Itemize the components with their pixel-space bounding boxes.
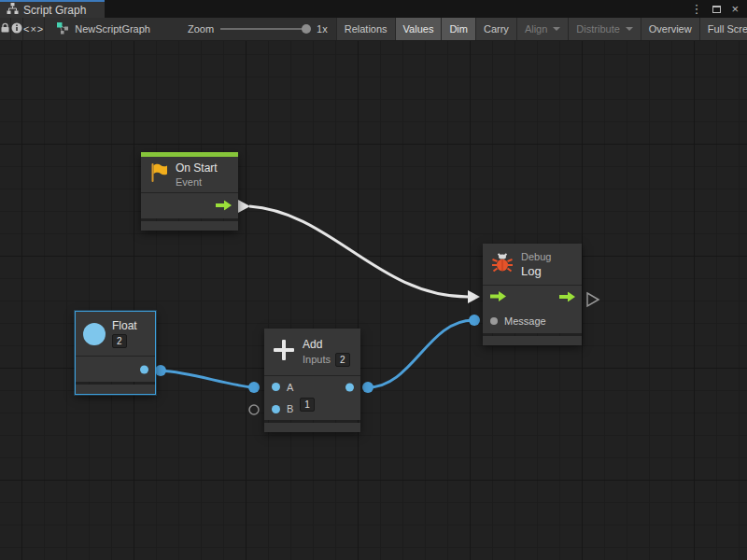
relations-button[interactable]: Relations bbox=[336, 18, 395, 40]
wire-endpoint-dot bbox=[469, 315, 480, 326]
input-port-a[interactable] bbox=[272, 383, 280, 391]
port-row-a: A bbox=[264, 375, 360, 398]
float-circle-icon bbox=[83, 323, 106, 345]
flow-wire-end-arrowhead bbox=[468, 290, 480, 303]
info-button[interactable] bbox=[11, 18, 23, 40]
node-subtitle: Inputs bbox=[303, 354, 331, 365]
full-screen-button[interactable]: Full Screen bbox=[699, 18, 747, 40]
value-output-port[interactable] bbox=[140, 365, 148, 373]
node-footer bbox=[483, 336, 582, 345]
node-footer bbox=[141, 221, 238, 231]
values-button[interactable]: Values bbox=[395, 18, 442, 40]
tab-bar-spacer bbox=[105, 0, 682, 18]
node-header: Add Inputs 2 bbox=[264, 329, 360, 375]
button-label: Overview bbox=[649, 23, 692, 35]
node-subtitle: Event bbox=[176, 176, 218, 188]
flow-output-port[interactable] bbox=[216, 200, 232, 212]
flow-output-port[interactable] bbox=[559, 291, 575, 303]
button-label: Carry bbox=[484, 23, 509, 35]
chevron-down-icon bbox=[626, 27, 633, 31]
node-header: Float 2 bbox=[76, 312, 155, 356]
graph-name-label: NewScriptGraph bbox=[75, 23, 150, 35]
flag-icon bbox=[148, 162, 169, 187]
node-title: Log bbox=[521, 264, 551, 278]
wire-endpoint-dot bbox=[362, 382, 374, 393]
zoom-label: Zoom bbox=[188, 23, 214, 35]
zoom-slider[interactable] bbox=[220, 28, 310, 30]
wire-endpoint-dot bbox=[248, 382, 260, 393]
info-icon bbox=[11, 22, 22, 35]
kebab-menu-icon[interactable]: ⋮ bbox=[690, 3, 702, 15]
unconnected-output-hint-triangle[interactable] bbox=[587, 293, 599, 306]
chevron-down-icon bbox=[553, 27, 560, 31]
bug-icon bbox=[490, 250, 514, 278]
close-icon[interactable]: × bbox=[731, 3, 739, 15]
button-label: Relations bbox=[345, 23, 388, 35]
button-label: Align bbox=[525, 23, 547, 35]
plus-icon bbox=[272, 338, 296, 366]
lock-button[interactable] bbox=[0, 18, 11, 40]
float-value-field[interactable]: 2 bbox=[112, 334, 127, 348]
node-port-row bbox=[76, 356, 155, 382]
message-input-port[interactable] bbox=[490, 317, 498, 325]
distribute-dropdown-button[interactable]: Distribute bbox=[568, 18, 640, 40]
message-port-label: Message bbox=[504, 315, 546, 327]
node-footer bbox=[76, 385, 155, 394]
node-title: Add bbox=[303, 338, 350, 351]
node-add[interactable]: Add Inputs 2 A B 1 bbox=[264, 329, 360, 432]
dim-button[interactable]: Dim bbox=[441, 18, 475, 40]
toolbar-toggle-buttons: Relations Values Dim Carry Align Distrib… bbox=[336, 18, 747, 40]
value-wire-float-to-add-a[interactable] bbox=[161, 371, 253, 387]
overview-button[interactable]: Overview bbox=[641, 18, 699, 40]
port-row-b: B 1 bbox=[264, 398, 360, 420]
flow-input-port[interactable] bbox=[490, 291, 506, 303]
maximize-icon[interactable] bbox=[712, 6, 721, 13]
node-debug-log[interactable]: Debug Log Message bbox=[483, 244, 582, 345]
input-port-b[interactable] bbox=[272, 405, 280, 413]
flow-wire-onstart-to-log[interactable] bbox=[249, 206, 468, 297]
code-view-button[interactable]: <×> bbox=[23, 18, 45, 40]
wire-layer bbox=[0, 41, 747, 560]
graph-breadcrumb[interactable]: NewScriptGraph bbox=[45, 18, 162, 40]
tab-script-graph[interactable]: Script Graph bbox=[0, 0, 105, 18]
node-on-start[interactable]: On Start Event bbox=[141, 152, 238, 231]
node-title: On Start bbox=[176, 161, 218, 175]
button-label: Full Screen bbox=[708, 23, 747, 35]
node-header: On Start Event bbox=[141, 157, 238, 192]
unconnected-input-hint-circle[interactable] bbox=[249, 405, 259, 414]
window-controls: ⋮ × bbox=[682, 0, 747, 18]
button-label: Distribute bbox=[576, 23, 619, 35]
align-dropdown-button[interactable]: Align bbox=[516, 18, 568, 40]
port-b-value-field[interactable]: 1 bbox=[300, 398, 315, 412]
lock-icon bbox=[0, 22, 10, 35]
flow-port-row bbox=[483, 285, 582, 309]
node-category: Debug bbox=[521, 251, 551, 262]
port-b-label: B bbox=[287, 403, 293, 414]
node-float[interactable]: Float 2 bbox=[75, 311, 156, 395]
port-a-label: A bbox=[287, 382, 293, 393]
zoom-slider-handle[interactable] bbox=[302, 24, 311, 34]
node-header: Debug Log bbox=[483, 244, 582, 285]
value-output-port[interactable] bbox=[345, 383, 354, 391]
tab-label: Script Graph bbox=[23, 4, 86, 17]
window-tab-bar: Script Graph ⋮ × bbox=[0, 0, 747, 18]
wire-endpoint-dot bbox=[155, 365, 166, 376]
value-wire-add-to-log-message[interactable] bbox=[368, 320, 473, 387]
message-port-row: Message bbox=[483, 309, 582, 333]
flow-wire-start-arrowhead bbox=[238, 200, 250, 213]
node-port-row bbox=[141, 192, 238, 218]
zoom-value: 1x bbox=[317, 23, 328, 35]
graph-asset-icon bbox=[56, 21, 69, 36]
button-label: Dim bbox=[449, 23, 468, 35]
button-label: Values bbox=[403, 23, 434, 35]
zoom-control: Zoom 1x bbox=[188, 18, 328, 40]
inputs-count-field[interactable]: 2 bbox=[335, 353, 350, 367]
script-graph-icon bbox=[7, 3, 19, 17]
graph-toolbar: <×> NewScriptGraph Zoom 1x Relations Val… bbox=[0, 18, 747, 41]
node-title: Float bbox=[112, 319, 137, 332]
node-footer bbox=[264, 423, 360, 432]
code-view-icon: <×> bbox=[23, 23, 44, 35]
graph-canvas[interactable]: On Start Event Float 2 bbox=[0, 41, 747, 560]
carry-button[interactable]: Carry bbox=[475, 18, 516, 40]
